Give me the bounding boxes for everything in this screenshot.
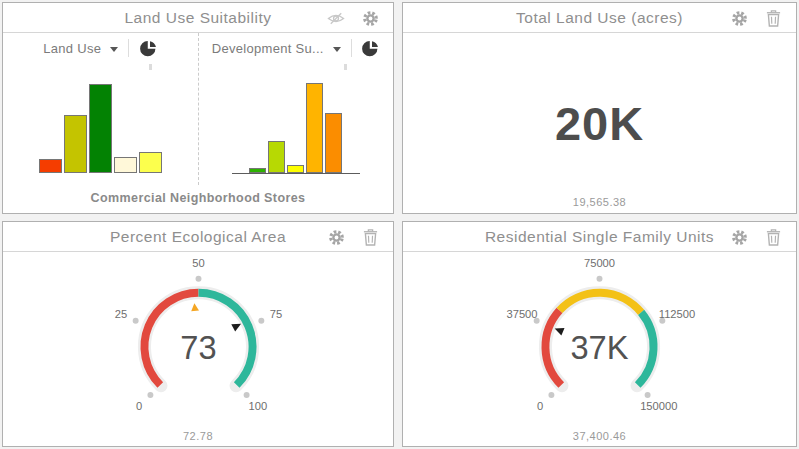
gauge-target-marker (190, 303, 199, 311)
dashboard: Land Use Suitability (0, 0, 799, 449)
gauge-tick-label: 150000 (640, 400, 677, 412)
panel-residential-single-family-units: Residential Single Family Units (402, 221, 797, 447)
dropdown-label: Development Su... (212, 41, 324, 56)
land-use-bar-chart (3, 63, 198, 185)
percent-ecological-gauge: 025507510073 (96, 261, 301, 414)
gauge-tick-dot (258, 318, 264, 324)
hidden-eye-icon[interactable] (327, 9, 345, 27)
bar-land-use-bars-1 (39, 159, 62, 173)
bar-land-use-bars-2 (64, 115, 87, 173)
chart-column-land-use: Land Use (3, 33, 198, 185)
trash-icon[interactable] (361, 228, 379, 246)
gauge-value: 37K (570, 329, 628, 366)
gauge-tick-label: 75 (269, 308, 281, 320)
gauge-tick-dot (548, 392, 554, 398)
panel-header: Percent Ecological Area (3, 222, 393, 252)
bar-development-suitability-bars-2 (268, 141, 285, 173)
indicator-secondary-value: 19,565.38 (403, 196, 796, 208)
pie-chart-icon[interactable] (139, 39, 157, 57)
trash-icon[interactable] (764, 228, 782, 246)
gauge-tick-dot (597, 276, 603, 282)
bar-land-use-bars-4 (114, 157, 137, 173)
gauge-body: 0375007500011250015000037K 37,400.46 (403, 252, 796, 447)
gauge-tick-label: 75000 (584, 257, 615, 269)
gauge-tick-label: 0 (537, 400, 543, 412)
bar-land-use-bars-3 (89, 84, 112, 173)
gauge-value: 73 (180, 329, 216, 366)
indicator-value: 20K (555, 96, 644, 151)
x-axis-line (232, 173, 360, 174)
panel-header: Land Use Suitability (3, 3, 393, 33)
pie-chart-icon[interactable] (362, 39, 380, 57)
development-suitability-dropdown[interactable]: Development Su... (212, 41, 341, 56)
chevron-down-icon (333, 47, 341, 52)
gauge-tick-dot (645, 392, 651, 398)
indicator-body: 20K 19,565.38 (403, 33, 796, 213)
land-use-dropdown[interactable]: Land Use (43, 41, 118, 56)
gauge-tick-dot (195, 276, 201, 282)
bar-group (3, 84, 198, 173)
gauge-tick-dot (132, 318, 138, 324)
gear-icon[interactable] (730, 9, 748, 27)
gear-icon[interactable] (730, 228, 748, 246)
panel-total-land-use: Total Land Use (acres) (402, 2, 797, 214)
residential-units-gauge: 0375007500011250015000037K (497, 261, 702, 414)
development-suitability-bar-chart (199, 63, 394, 185)
panel-percent-ecological-area: Percent Ecological Area (2, 221, 394, 447)
gauge-body: 025507510073 72.78 (3, 252, 393, 447)
separator (128, 39, 129, 57)
gauge-secondary-value: 37,400.46 (403, 430, 796, 442)
chevron-down-icon (110, 47, 118, 52)
gauge-tick-label: 0 (136, 400, 142, 412)
dual-chart-body: Land Use (3, 33, 393, 185)
bar-development-suitability-bars-1 (249, 168, 266, 173)
gauge-tick-dot (243, 392, 249, 398)
chart-scrollbar[interactable] (344, 64, 347, 70)
bar-group (199, 83, 394, 173)
dropdown-label: Land Use (43, 41, 101, 56)
chart-caption: Commercial Neighborhood Stores (3, 185, 393, 213)
chart-scrollbar[interactable] (149, 64, 152, 70)
gauge-tick-label: 50 (192, 257, 204, 269)
bar-development-suitability-bars-3 (287, 165, 304, 174)
bar-development-suitability-bars-4 (306, 83, 323, 173)
panel-header: Total Land Use (acres) (403, 3, 796, 33)
gear-icon[interactable] (327, 228, 345, 246)
chart-column-development-suitability: Development Su... (198, 33, 394, 185)
separator (351, 39, 352, 57)
bar-development-suitability-bars-5 (325, 113, 342, 173)
gauge-tick-label: 25 (114, 308, 126, 320)
gauge-tick-dot (147, 392, 153, 398)
gauge-tick-label: 112500 (659, 308, 695, 320)
gauge-tick-label: 100 (248, 400, 267, 412)
bar-land-use-bars-5 (139, 152, 162, 173)
gear-icon[interactable] (361, 9, 379, 27)
panel-land-use-suitability: Land Use Suitability (2, 2, 394, 214)
trash-icon[interactable] (764, 9, 782, 27)
panel-header: Residential Single Family Units (403, 222, 796, 252)
gauge-tick-label: 37500 (506, 308, 537, 320)
gauge-secondary-value: 72.78 (3, 430, 393, 442)
